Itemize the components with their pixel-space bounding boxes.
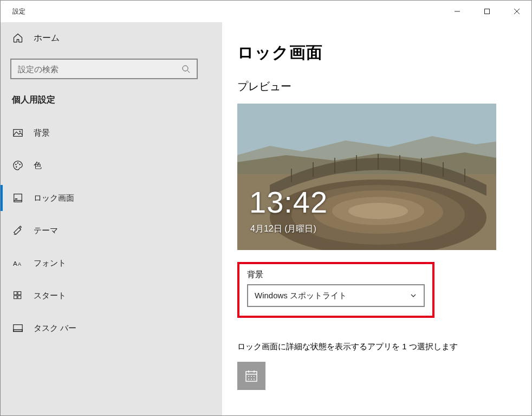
sidebar-item-label: フォント <box>34 258 66 268</box>
svg-point-49 <box>248 379 249 380</box>
svg-point-32 <box>348 203 408 219</box>
svg-point-9 <box>17 162 18 163</box>
svg-rect-6 <box>14 130 22 137</box>
svg-rect-12 <box>14 194 22 201</box>
background-selected-value: Windows スポットライト <box>255 291 347 301</box>
background-setting-highlight: 背景 Windows スポットライト <box>237 262 434 318</box>
svg-point-47 <box>251 376 252 377</box>
svg-rect-19 <box>18 292 21 295</box>
start-icon <box>12 290 24 302</box>
sidebar-item-fonts[interactable]: AA フォント <box>1 247 207 279</box>
sidebar-item-label: テーマ <box>34 226 58 236</box>
home-icon <box>12 32 24 44</box>
calendar-icon <box>244 369 258 383</box>
svg-line-5 <box>187 71 190 73</box>
close-button[interactable] <box>502 1 531 22</box>
svg-point-11 <box>16 167 17 168</box>
palette-icon <box>12 159 24 171</box>
preview-date: 4月12日 (月曜日) <box>250 223 316 235</box>
sidebar: ホーム 個人用設定 背景 <box>1 22 222 415</box>
window-title: 設定 <box>1 7 25 16</box>
page-title: ロック画面 <box>237 42 515 64</box>
sidebar-item-label: スタート <box>34 291 66 301</box>
sidebar-item-taskbar[interactable]: タスク バー <box>1 312 207 344</box>
svg-point-4 <box>183 66 188 71</box>
lock-screen-icon <box>12 192 24 204</box>
svg-rect-21 <box>18 296 21 299</box>
font-icon: AA <box>12 257 24 269</box>
close-icon <box>514 8 520 15</box>
search-icon <box>181 65 190 73</box>
svg-text:A: A <box>13 260 17 267</box>
search-box[interactable] <box>10 59 198 79</box>
svg-rect-18 <box>14 292 17 295</box>
settings-window: 設定 ホーム <box>0 0 532 416</box>
maximize-icon <box>484 8 490 15</box>
status-app-instruction: ロック画面に詳細な状態を表示するアプリを 1 つ選択します <box>237 342 515 352</box>
home-label: ホーム <box>34 33 60 44</box>
svg-text:A: A <box>18 261 22 267</box>
home-nav[interactable]: ホーム <box>1 23 207 53</box>
taskbar-icon <box>12 322 24 334</box>
svg-point-51 <box>254 379 255 380</box>
theme-icon <box>12 225 24 236</box>
sidebar-item-colors[interactable]: 色 <box>1 149 207 182</box>
sidebar-item-lock-screen[interactable]: ロック画面 <box>1 182 207 214</box>
chevron-down-icon <box>410 292 417 299</box>
svg-point-48 <box>254 376 255 377</box>
picture-icon <box>12 127 24 139</box>
svg-point-10 <box>19 164 20 165</box>
preview-heading: プレビュー <box>237 79 515 94</box>
minimize-icon <box>454 8 460 15</box>
sidebar-section-label: 個人用設定 <box>1 79 207 112</box>
preview-time: 13:42 <box>249 184 328 220</box>
sidebar-item-start[interactable]: スタート <box>1 279 207 312</box>
svg-point-7 <box>19 131 20 132</box>
sidebar-item-themes[interactable]: テーマ <box>1 214 207 247</box>
maximize-button[interactable] <box>472 1 502 22</box>
svg-rect-20 <box>14 296 17 299</box>
svg-point-8 <box>15 164 16 165</box>
titlebar: 設定 <box>1 1 531 22</box>
svg-rect-1 <box>484 9 489 14</box>
svg-point-50 <box>251 379 252 380</box>
sidebar-item-label: タスク バー <box>34 323 76 334</box>
background-label: 背景 <box>247 270 425 280</box>
status-app-tile[interactable] <box>237 362 265 390</box>
search-input[interactable] <box>18 65 181 74</box>
background-dropdown[interactable]: Windows スポットライト <box>247 284 425 307</box>
minimize-button[interactable] <box>442 1 472 22</box>
content-area: ロック画面 プレビュー <box>222 22 531 415</box>
lock-screen-preview: 13:42 4月12日 (月曜日) <box>237 104 496 250</box>
sidebar-item-label: 色 <box>34 161 42 171</box>
sidebar-item-label: ロック画面 <box>34 193 74 203</box>
sidebar-item-label: 背景 <box>34 128 50 138</box>
svg-rect-14 <box>14 201 22 202</box>
svg-rect-23 <box>14 330 22 332</box>
sidebar-item-background[interactable]: 背景 <box>1 117 207 149</box>
svg-rect-13 <box>15 199 18 200</box>
svg-point-46 <box>248 376 249 377</box>
